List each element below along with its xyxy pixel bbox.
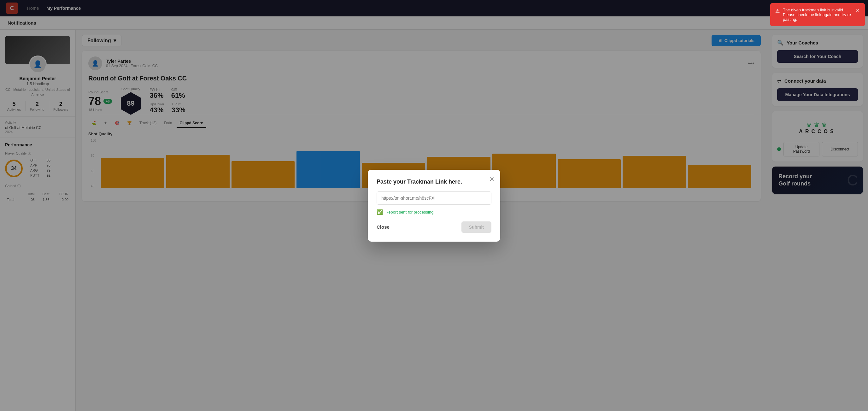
warning-icon: ⚠	[775, 8, 780, 14]
modal-submit-button[interactable]: Submit	[461, 221, 491, 233]
trackman-link-input[interactable]	[377, 191, 491, 205]
error-toast-message: The given trackman link is invalid. Plea…	[783, 7, 852, 22]
error-toast-close[interactable]: ✕	[856, 7, 860, 13]
modal-actions: Close Submit	[377, 221, 491, 233]
error-toast: ⚠ The given trackman link is invalid. Pl…	[770, 3, 865, 26]
modal-overlay[interactable]: Paste your Trackman Link here. ✕ ✅ Repor…	[0, 0, 868, 411]
modal-success-message: ✅ Report sent for processing	[377, 209, 491, 215]
success-check-icon: ✅	[377, 209, 383, 215]
modal-close-x-button[interactable]: ✕	[489, 176, 495, 183]
modal-close-button[interactable]: Close	[377, 224, 390, 230]
trackman-modal: Paste your Trackman Link here. ✕ ✅ Repor…	[368, 170, 500, 242]
success-text: Report sent for processing	[385, 210, 433, 215]
modal-title: Paste your Trackman Link here.	[377, 179, 491, 185]
